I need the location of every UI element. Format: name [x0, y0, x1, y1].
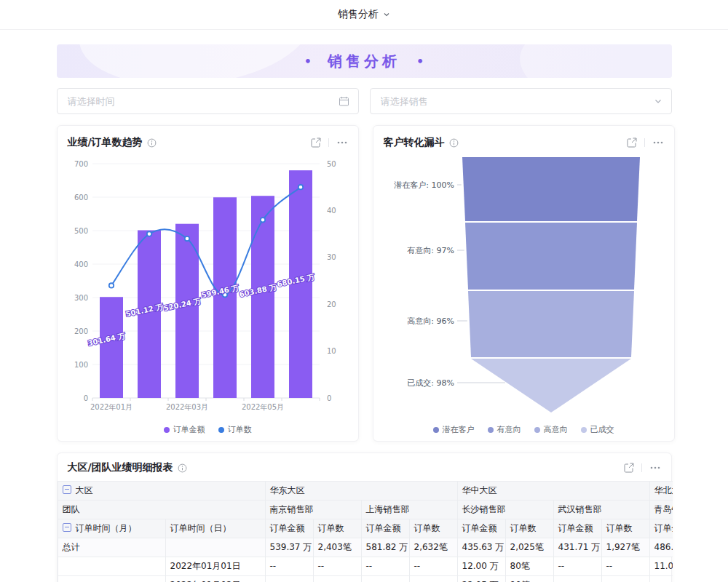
y-axis-right-tick: 30 [327, 253, 336, 261]
y-axis-right-tick: 40 [327, 207, 336, 215]
topbar: 销售分析 [0, 0, 728, 30]
metric-header: 订单数 [313, 519, 361, 538]
banner-dot-right: • [416, 55, 424, 68]
legend-dot [488, 427, 494, 433]
legend-item[interactable]: 有意向 [488, 424, 521, 435]
time-filter[interactable] [57, 88, 359, 114]
y-axis-left-tick: 500 [74, 227, 87, 235]
sales-filter[interactable] [370, 88, 672, 114]
metric-header: 订单金额 [265, 519, 313, 538]
metric-header: 订单金额 [361, 519, 409, 538]
month-header-cell: 订单时间（月） [58, 519, 165, 538]
metric-header: 订单金额 [649, 519, 673, 538]
report-table-wrap: 大区华东大区华中大区华北大区团队南京销售部上海销售部长沙销售部武汉销售部青岛销售… [58, 481, 673, 582]
data-cell [649, 576, 673, 582]
divider [328, 138, 329, 147]
more-icon[interactable] [652, 137, 664, 148]
day-header-cell: 订单时间（日） [165, 519, 265, 538]
more-icon[interactable] [336, 137, 348, 148]
data-cell: -- [265, 557, 313, 576]
export-icon[interactable] [311, 137, 321, 148]
x-axis-label: 2022年01月 [90, 403, 132, 411]
chevron-down-icon [383, 11, 390, 18]
month-cell: 总计 [58, 538, 165, 557]
trend-line-point[interactable] [108, 283, 113, 287]
data-cell: -- [409, 557, 457, 576]
export-icon[interactable] [627, 137, 637, 148]
team-group-header: 长沙销售部 [457, 501, 553, 519]
dashboard-content: • 销售分析 • 业绩/订单数趋势 [57, 44, 672, 582]
team-header-row: 团队南京销售部上海销售部长沙销售部武汉销售部青岛销售部 [58, 501, 673, 519]
funnel-segment[interactable] [468, 291, 634, 357]
region-group-header: 华中大区 [457, 482, 649, 501]
day-cell [165, 538, 265, 557]
dashboard-switcher[interactable]: 销售分析 [338, 8, 390, 21]
charts-row: 业绩/订单数趋势 0100200300400500600700010203040… [57, 125, 672, 442]
info-icon[interactable] [147, 138, 157, 148]
trend-card-title: 业绩/订单数趋势 [68, 136, 143, 149]
report-table: 大区华东大区华中大区华北大区团队南京销售部上海销售部长沙销售部武汉销售部青岛销售… [58, 481, 673, 582]
data-cell: 539.37 万 [265, 538, 313, 557]
x-axis-label: 2022年03月 [165, 403, 207, 411]
legend-item[interactable]: 订单数 [218, 424, 252, 435]
team-group-header: 武汉销售部 [553, 501, 649, 519]
trend-line-point[interactable] [260, 218, 264, 222]
funnel-stage-label: 已成交: 98% [407, 378, 454, 388]
legend-item[interactable]: 潜在客户 [433, 424, 475, 435]
export-icon[interactable] [624, 463, 634, 473]
metric-header-row: 订单时间（月）订单时间（日）订单金额订单数订单金额订单数订单金额订单数订单金额订… [58, 519, 673, 538]
funnel-card-header: 客户转化漏斗 [384, 133, 664, 152]
card-actions [627, 137, 664, 148]
funnel-segment[interactable] [465, 223, 637, 290]
funnel-segment[interactable] [462, 157, 640, 221]
trend-line-point[interactable] [298, 185, 302, 189]
report-card: 大区/团队业绩明细报表 大区华东大区华中大区华北大区团队南京销售部上海销售部长沙… [57, 453, 672, 582]
legend-item[interactable]: 已成交 [581, 424, 614, 435]
data-cell: -- [553, 557, 601, 576]
more-icon[interactable] [649, 463, 661, 473]
y-axis-right-tick: 50 [327, 160, 336, 168]
trend-bar[interactable] [100, 297, 123, 398]
y-axis-left-tick: 700 [74, 160, 87, 168]
region-group-header: 华东大区 [265, 482, 457, 501]
filter-bar [57, 88, 672, 114]
team-group-header: 青岛销售部 [649, 501, 673, 519]
trend-line-point[interactable] [184, 236, 189, 241]
data-cell: 581.82 万 [361, 538, 409, 557]
y-axis-left-tick: 600 [74, 194, 87, 202]
day-cell: 2022年01月02日 [165, 576, 265, 582]
y-axis-left-tick: 200 [74, 327, 87, 335]
legend-item[interactable]: 高意向 [534, 424, 568, 435]
y-axis-right-tick: 20 [327, 300, 336, 308]
legend-dot [433, 427, 439, 433]
table-total-row: 总计539.37 万2,403笔581.82 万2,632笔435.63 万2,… [58, 538, 673, 557]
collapse-icon[interactable] [63, 485, 71, 494]
trend-line-point[interactable] [146, 231, 151, 236]
metric-header: 订单金额 [457, 519, 505, 538]
data-cell: -- [313, 576, 361, 582]
info-icon[interactable] [449, 138, 459, 148]
region-header-row: 大区华东大区华中大区华北大区 [58, 482, 673, 501]
banner-title: 销售分析 [328, 52, 400, 71]
y-axis-right-tick: 0 [327, 394, 331, 402]
trend-bar[interactable] [251, 196, 274, 398]
metric-header: 订单数 [505, 519, 553, 538]
banner-dot-left: • [304, 55, 312, 68]
data-cell: -- [313, 557, 361, 576]
card-actions [311, 137, 348, 148]
data-cell: 1,927笔 [601, 538, 649, 557]
funnel-legend: 潜在客户有意向高意向已成交 [384, 424, 664, 435]
collapse-icon[interactable] [63, 523, 71, 532]
funnel-segment[interactable] [471, 359, 631, 412]
trend-chart: 0100200300400500600700010203040502022年01… [68, 152, 348, 423]
funnel-card: 客户转化漏斗 潜在客户: 100%有意向: 97%高意向: 96%已成交: 98… [373, 125, 675, 442]
data-cell: -- [601, 557, 649, 576]
info-icon[interactable] [178, 463, 187, 473]
y-axis-left-tick: 0 [83, 394, 87, 402]
time-filter-input[interactable] [66, 95, 339, 108]
legend-item[interactable]: 订单金额 [164, 424, 205, 435]
card-actions [624, 463, 661, 473]
team-header-cell: 团队 [58, 501, 265, 519]
x-axis-label: 2022年05月 [241, 403, 283, 411]
sales-filter-input[interactable] [379, 95, 654, 108]
